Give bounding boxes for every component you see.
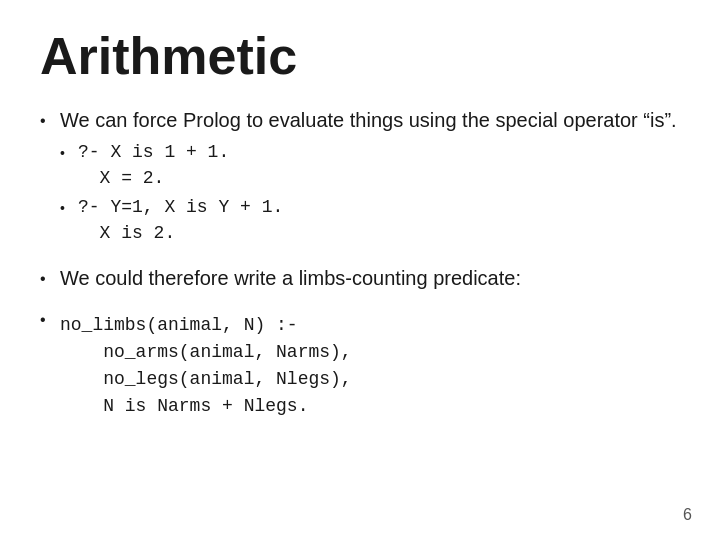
sub-bullet-dot-1-1: • [60, 144, 78, 163]
bullet-content-1: We can force Prolog to evaluate things u… [60, 107, 680, 251]
bullet-text-2: We could therefore write a limbs-countin… [60, 267, 521, 289]
sub-bullet-list-1: • ?- X is 1 + 1. X = 2. • ?- Y=1, X is Y… [60, 140, 680, 247]
code-block-3: no_limbs(animal, N) :- no_arms(animal, N… [60, 312, 680, 420]
bullet-item-1: • We can force Prolog to evaluate things… [40, 107, 680, 251]
bullet-content-3: no_limbs(animal, N) :- no_arms(animal, N… [60, 306, 680, 420]
code-line-3: ?- Y=1, X is Y + 1. [78, 197, 283, 217]
page-number: 6 [683, 506, 692, 524]
sub-bullet-item-1-1: • ?- X is 1 + 1. X = 2. [60, 140, 680, 191]
bullet-item-3: • no_limbs(animal, N) :- no_arms(animal,… [40, 306, 680, 420]
sub-bullet-dot-1-2: • [60, 199, 78, 218]
slide-title: Arithmetic [40, 28, 680, 85]
code-line-4: X is 2. [78, 223, 175, 243]
bullet-text-1: We can force Prolog to evaluate things u… [60, 109, 677, 131]
bullet-content-2: We could therefore write a limbs-countin… [60, 265, 680, 292]
sub-bullet-code-1-1: ?- X is 1 + 1. X = 2. [78, 140, 229, 191]
sub-bullet-item-1-2: • ?- Y=1, X is Y + 1. X is 2. [60, 195, 680, 246]
slide: Arithmetic • We can force Prolog to eval… [0, 0, 720, 540]
sub-bullet-code-1-2: ?- Y=1, X is Y + 1. X is 2. [78, 195, 283, 246]
bullet-dot-3: • [40, 309, 60, 331]
code-line-2: X = 2. [78, 168, 164, 188]
bullet-item-2: • We could therefore write a limbs-count… [40, 265, 680, 292]
bullet-dot-1: • [40, 110, 60, 132]
code-line-1: ?- X is 1 + 1. [78, 142, 229, 162]
bullet-list: • We can force Prolog to evaluate things… [40, 107, 680, 420]
bullet-dot-2: • [40, 268, 60, 290]
